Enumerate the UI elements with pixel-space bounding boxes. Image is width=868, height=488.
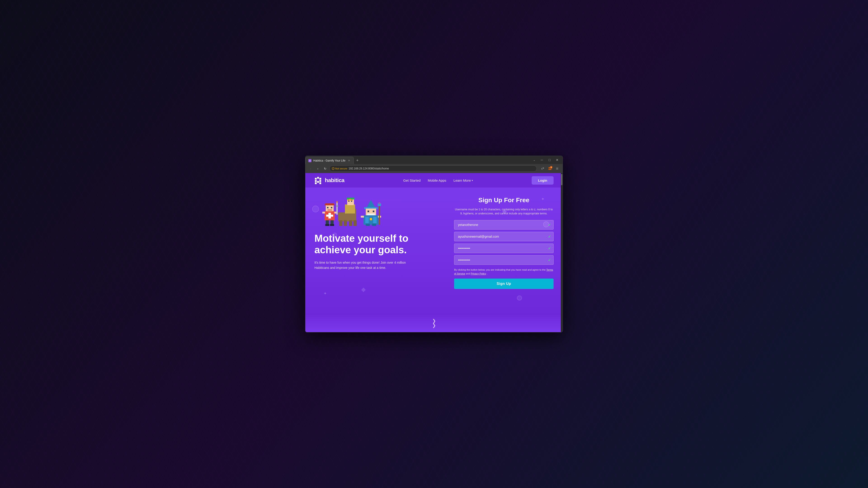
nav-links: Get Started Mobile Apps Learn More ▾	[403, 178, 473, 182]
hero-subtext: It's time to have fun when you get thing…	[314, 260, 409, 270]
svg-rect-59	[361, 216, 364, 218]
titlebar-left: H Habitica - Gamify Your Life ✕ +	[305, 156, 530, 164]
minimize-button[interactable]: ─	[538, 156, 546, 164]
browser-titlebar: H Habitica - Gamify Your Life ✕ + ⌄ ─ □ …	[305, 156, 563, 164]
svg-rect-64	[366, 224, 370, 226]
browser-actions: 9 ≡	[539, 165, 560, 172]
login-button[interactable]: Login	[532, 176, 554, 185]
confirm-password-field-wrapper: ✓	[454, 255, 554, 265]
signup-button[interactable]: Sign Up	[454, 279, 554, 289]
svg-rect-13	[319, 180, 321, 182]
browser-window: H Habitica - Gamify Your Life ✕ + ⌄ ─ □ …	[305, 156, 563, 332]
character-mage	[361, 200, 381, 226]
svg-rect-18	[324, 204, 335, 205]
nav-learn-more[interactable]: Learn More ▾	[454, 178, 473, 182]
maximize-button[interactable]: □	[546, 156, 553, 164]
svg-rect-33	[344, 220, 347, 226]
svg-rect-32	[339, 220, 342, 226]
window-chevron-button[interactable]: ⌄	[530, 156, 538, 164]
password-field-wrapper: ✓	[454, 243, 554, 253]
nav-get-started[interactable]: Get Started	[403, 178, 421, 182]
form-title: Sign Up For Free	[454, 197, 554, 204]
website: habitica Get Started Mobile Apps Learn M…	[305, 173, 563, 332]
new-tab-button[interactable]: +	[354, 157, 361, 164]
svg-rect-38	[345, 204, 355, 214]
learn-more-chevron: ▾	[472, 179, 473, 182]
svg-rect-42	[349, 199, 351, 201]
svg-rect-34	[349, 220, 352, 226]
svg-rect-20	[331, 207, 332, 208]
svg-rect-45	[351, 201, 352, 202]
svg-rect-7	[550, 169, 551, 170]
svg-rect-57	[373, 217, 377, 223]
site-logo: habitica	[314, 176, 344, 185]
svg-rect-29	[325, 224, 329, 226]
forward-button[interactable]: ›	[315, 166, 321, 171]
tab-strip: H Habitica - Gamify Your Life ✕ +	[305, 156, 361, 164]
email-field-wrapper: ✓	[454, 232, 554, 241]
svg-rect-12	[317, 181, 319, 183]
logo-icon	[314, 176, 323, 185]
extension-button[interactable]: 9	[547, 165, 553, 172]
svg-rect-54	[367, 214, 375, 215]
svg-rect-61	[379, 204, 380, 225]
svg-rect-46	[336, 202, 338, 215]
svg-rect-56	[365, 217, 369, 223]
svg-rect-47	[336, 205, 339, 206]
svg-rect-48	[337, 201, 338, 203]
webpage-content: habitica Get Started Mobile Apps Learn M…	[305, 173, 563, 332]
svg-rect-15	[319, 182, 321, 184]
svg-rect-10	[319, 178, 321, 180]
deco-diamond-2	[361, 288, 366, 292]
email-input[interactable]	[454, 232, 554, 241]
confirm-check-icon: ✓	[548, 258, 551, 262]
svg-rect-6	[549, 169, 550, 170]
username-field-wrapper: ✓	[454, 220, 554, 230]
svg-rect-63	[378, 202, 380, 204]
confirm-password-input[interactable]	[454, 255, 554, 265]
share-button[interactable]	[539, 165, 546, 172]
scrollbar-thumb[interactable]	[561, 174, 562, 185]
form-agree-text: By clicking the button below, you are in…	[454, 268, 554, 275]
username-check-icon: ✓	[548, 223, 551, 227]
deco-circle-2	[333, 233, 337, 237]
password-input[interactable]	[454, 243, 554, 253]
svg-marker-49	[366, 200, 375, 208]
browser-tab[interactable]: H Habitica - Gamify Your Life ✕	[305, 157, 354, 164]
tab-title: Habitica - Gamify Your Life	[313, 159, 345, 162]
svg-rect-19	[327, 207, 329, 208]
omnibox-row: ‹ › ↻ Not secure 192.168.29.124:8080/sta…	[305, 164, 563, 173]
svg-rect-14	[315, 182, 317, 184]
close-button[interactable]: ✕	[554, 156, 561, 164]
svg-rect-53	[373, 210, 374, 212]
svg-rect-4	[549, 167, 550, 168]
character-healer	[321, 203, 338, 226]
svg-rect-65	[372, 224, 376, 226]
scroll-chevron-icon: ❯❯	[432, 319, 436, 328]
character-warrior	[336, 198, 361, 226]
hero-characters	[321, 197, 389, 226]
refresh-button[interactable]: ↻	[322, 166, 328, 171]
tab-close-button[interactable]: ✕	[347, 159, 351, 162]
email-check-icon: ✓	[548, 234, 551, 239]
window-controls: ⌄ ─ □ ✕	[530, 156, 563, 164]
svg-rect-25	[322, 212, 325, 214]
menu-button[interactable]: ≡	[554, 165, 560, 172]
svg-rect-30	[330, 224, 334, 226]
svg-rect-52	[368, 210, 369, 212]
svg-rect-31	[338, 213, 356, 221]
deco-star-3: ✦	[323, 291, 327, 296]
scrollbar[interactable]	[561, 173, 563, 332]
privacy-link[interactable]: Privacy Policy	[471, 272, 486, 275]
svg-rect-24	[326, 215, 333, 217]
back-button[interactable]: ‹	[308, 166, 313, 171]
hero-section: ✦ ✦ ✦	[305, 188, 563, 314]
url-display: 192.168.29.124:8080/static/home	[348, 167, 389, 170]
password-check-icon: ✓	[548, 246, 551, 251]
svg-rect-35	[353, 220, 357, 226]
deco-star-2: ✦	[541, 197, 545, 201]
username-input[interactable]	[454, 220, 554, 230]
svg-rect-11	[315, 180, 317, 182]
address-bar[interactable]: Not secure 192.168.29.124:8080/static/ho…	[329, 165, 537, 172]
nav-mobile-apps[interactable]: Mobile Apps	[428, 178, 446, 182]
